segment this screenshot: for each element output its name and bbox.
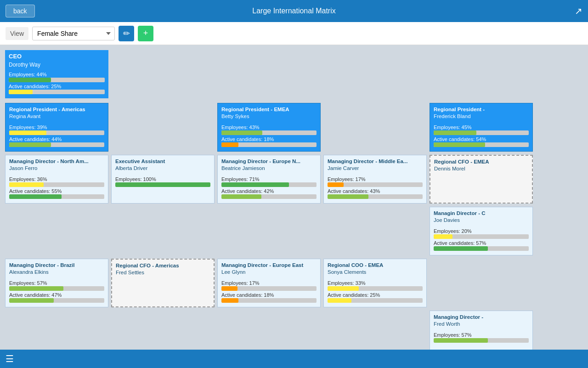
card-md-north-am[interactable]: Managing Director - North Am...Jason Fer…: [5, 155, 108, 204]
empty-cell-empty9: [111, 311, 215, 350]
employees-label-md-europe-n: Employees: 71%: [221, 176, 317, 182]
card-title-regional-coo-emea: Regional COO - EMEA: [328, 262, 423, 269]
edit-button[interactable]: ✏: [119, 26, 134, 41]
card-name-md-europe-n: Beatrice Jamieson: [221, 165, 317, 171]
candidates-label-regional-pres-emea: Active candidates: 18%: [221, 136, 317, 142]
candidates-label-md-north-am: Active candidates: 55%: [9, 188, 104, 194]
empty-cell-empty4: [111, 207, 215, 255]
ceo-candidates-bar: [9, 90, 33, 94]
card-name-md-north-am: Jason Ferro: [9, 165, 104, 171]
candidates-bar-managin-dir-c: [434, 246, 488, 251]
candidates-bar-md-brazil: [9, 298, 54, 303]
card-md-europe-n[interactable]: Managing Director - Europe N...Beatrice …: [217, 155, 321, 204]
card-title-managin-dir-c: Managin Director - C: [434, 210, 529, 217]
card-md-brazil[interactable]: Managing Director - BrazilAlexandra Elki…: [5, 259, 108, 307]
header: back Large International Matrix ↗: [0, 0, 588, 22]
empty-cell-empty5: [217, 207, 321, 255]
card-md-middle-east[interactable]: Managing Director - Middle Ea...Jamie Ca…: [323, 155, 427, 204]
employees-bar-managin-dir-c: [434, 234, 452, 239]
card-title-regional-cfo-americas: Regional CFO - Americas: [116, 262, 210, 269]
row-row3b: Managing Director -Fred WorthEmployees: …: [4, 309, 584, 350]
candidates-label-md-middle-east: Active candidates: 43%: [328, 188, 423, 194]
card-name-regional-pres-emea: Betty Sykes: [221, 113, 317, 119]
footer: ☰: [0, 350, 588, 368]
row-row1: Regional President - AmericasRegina Avan…: [4, 102, 584, 153]
card-regional-cfo-americas[interactable]: Regional CFO - AmericasFred Settles: [111, 259, 215, 307]
card-regional-pres-apac[interactable]: Regional President -Frederick BlandEmplo…: [430, 103, 533, 152]
card-regional-pres-emea[interactable]: Regional President - EMEABetty SykesEmpl…: [217, 103, 321, 152]
card-name-managin-dir-c: Joe Davies: [434, 217, 529, 223]
header-title: Large International Matrix: [252, 7, 335, 15]
employees-bar-md-middle-east: [328, 182, 344, 187]
empty-cell-empty8: [5, 311, 108, 350]
card-name-regional-pres-apac: Frederick Bland: [434, 113, 529, 119]
card-regional-coo-emea[interactable]: Regional COO - EMEASonya ClementsEmploye…: [323, 259, 427, 307]
ceo-candidates-label: Active candidates: 25%: [9, 84, 105, 89]
empty-cell-empty1: [111, 103, 215, 152]
card-name-regional-cfo-emea: Dennis Morel: [434, 166, 528, 171]
empty-cell-empty2: [323, 103, 427, 152]
candidates-bar-regional-pres-emea: [221, 142, 238, 147]
employees-bar-md-europe-east: [221, 286, 237, 291]
candidates-label-md-europe-east: Active candidates: 18%: [221, 292, 317, 298]
card-md-dir-3[interactable]: Managing Director -Fred WorthEmployees: …: [430, 311, 533, 350]
employees-label-md-brazil: Employees: 57%: [9, 280, 104, 286]
candidates-bar-md-europe-n: [221, 194, 261, 199]
main-content: CEO Dorothy Way Employees: 44% Active ca…: [0, 45, 588, 350]
card-title-md-europe-n: Managing Director - Europe N...: [221, 158, 317, 165]
empty-cell-empty3: [5, 207, 108, 255]
employees-bar-regional-pres-emea: [221, 130, 262, 135]
candidates-label-regional-coo-emea: Active candidates: 25%: [328, 292, 423, 298]
employees-label-md-north-am: Employees: 36%: [9, 176, 104, 182]
card-title-exec-assistant: Executive Assistant: [115, 158, 210, 165]
row-row3: Managing Director - BrazilAlexandra Elki…: [4, 257, 584, 309]
org-rows: Regional President - AmericasRegina Avan…: [4, 102, 584, 350]
row-row2b: Managin Director - CJoe DaviesEmployees:…: [4, 205, 584, 257]
card-title-md-north-am: Managing Director - North Am...: [9, 158, 104, 165]
card-md-europe-east[interactable]: Managing Director - Europe EastLee Glynn…: [217, 259, 321, 307]
card-exec-assistant[interactable]: Executive AssistantAlberta DriverEmploye…: [111, 155, 215, 204]
view-select[interactable]: Female Share: [32, 27, 115, 40]
card-name-md-middle-east: Jamie Carver: [328, 165, 423, 171]
card-name-md-europe-east: Lee Glynn: [221, 269, 317, 275]
employees-label-md-dir-3: Employees: 57%: [434, 332, 529, 338]
card-regional-pres-americas[interactable]: Regional President - AmericasRegina Avan…: [5, 103, 108, 152]
candidates-label-md-europe-n: Active candidates: 42%: [221, 188, 317, 194]
employees-label-exec-assistant: Employees: 100%: [115, 176, 210, 182]
card-name-md-dir-3: Fred Worth: [434, 321, 529, 327]
ceo-card[interactable]: CEO Dorothy Way Employees: 44% Active ca…: [5, 50, 108, 98]
ceo-name: Dorothy Way: [9, 62, 105, 68]
employees-label-md-europe-east: Employees: 17%: [221, 280, 317, 286]
card-title-md-brazil: Managing Director - Brazil: [9, 262, 104, 269]
add-button[interactable]: +: [138, 26, 153, 41]
empty-cell-empty7: [430, 259, 533, 307]
card-title-md-middle-east: Managing Director - Middle Ea...: [328, 158, 423, 165]
view-label: View: [6, 27, 28, 40]
card-title-regional-cfo-emea: Regional CFO - EMEA: [434, 159, 528, 165]
employees-label-regional-pres-emea: Employees: 43%: [221, 125, 317, 130]
menu-icon[interactable]: ☰: [6, 353, 14, 364]
employees-bar-exec-assistant: [115, 182, 210, 187]
ceo-title: CEO: [9, 53, 105, 61]
empty-cell-empty6: [323, 207, 427, 255]
toolbar: View Female Share ✏ +: [0, 22, 588, 45]
candidates-bar-regional-pres-apac: [434, 142, 485, 147]
candidates-bar-md-middle-east: [328, 194, 368, 199]
employees-label-regional-pres-americas: Employees: 39%: [9, 125, 104, 130]
card-regional-cfo-emea[interactable]: Regional CFO - EMEADennis Morel: [430, 155, 533, 204]
candidates-bar-md-north-am: [9, 194, 62, 199]
card-title-regional-pres-apac: Regional President -: [434, 106, 529, 113]
share-icon[interactable]: ↗: [575, 6, 582, 17]
employees-label-regional-pres-apac: Employees: 45%: [434, 125, 529, 130]
card-managin-dir-c[interactable]: Managin Director - CJoe DaviesEmployees:…: [430, 207, 533, 255]
card-name-regional-pres-americas: Regina Avant: [9, 113, 104, 119]
card-title-regional-pres-americas: Regional President - Americas: [9, 106, 104, 113]
ceo-employees-bar: [9, 78, 51, 82]
back-button[interactable]: back: [6, 5, 35, 17]
empty-cell-empty11: [323, 311, 427, 350]
employees-bar-regional-pres-americas: [9, 130, 46, 135]
employees-label-md-middle-east: Employees: 17%: [328, 176, 423, 182]
employees-label-managin-dir-c: Employees: 20%: [434, 228, 529, 234]
employees-bar-md-europe-n: [221, 182, 289, 187]
card-title-md-dir-3: Managing Director -: [434, 314, 529, 321]
